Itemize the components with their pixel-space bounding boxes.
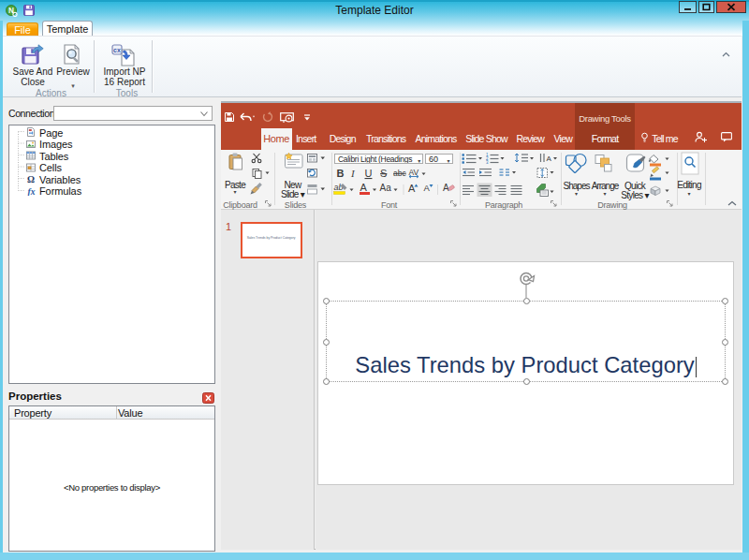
svg-text:A: A bbox=[408, 183, 416, 194]
svg-text:I: I bbox=[350, 168, 356, 179]
svg-text:cx: cx bbox=[113, 47, 121, 53]
svg-text:3: 3 bbox=[486, 160, 489, 165]
svg-text:Ω: Ω bbox=[27, 174, 35, 184]
svg-text:Aa: Aa bbox=[380, 183, 392, 193]
svg-text:A: A bbox=[360, 182, 368, 193]
svg-text:B: B bbox=[337, 168, 345, 179]
svg-text:A: A bbox=[547, 155, 552, 163]
svg-text:U: U bbox=[365, 168, 373, 179]
svg-text:S: S bbox=[380, 168, 387, 179]
svg-text:fx: fx bbox=[28, 186, 36, 195]
svg-text:abc: abc bbox=[393, 169, 406, 178]
svg-text:A: A bbox=[424, 183, 431, 193]
